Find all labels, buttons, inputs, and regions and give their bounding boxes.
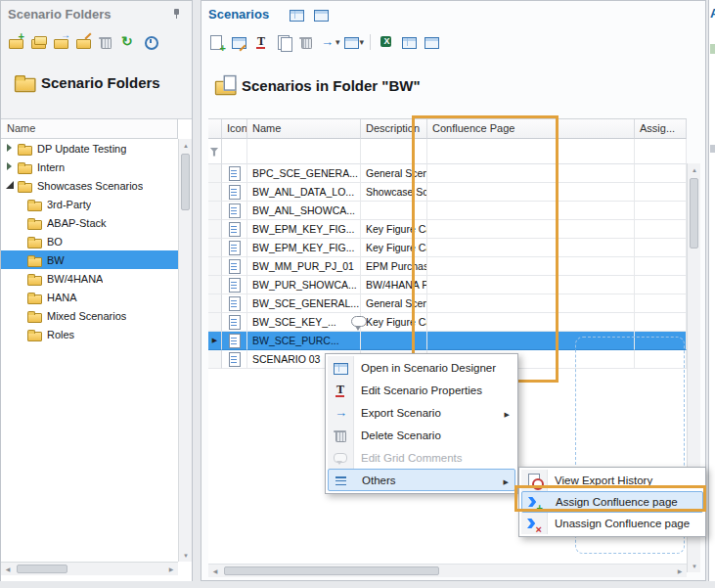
filter-cell-icon[interactable] bbox=[222, 139, 247, 164]
scroll-up-icon[interactable] bbox=[688, 163, 701, 176]
cell-assign[interactable] bbox=[635, 239, 687, 257]
folder-icon bbox=[17, 141, 32, 157]
cell-assign[interactable] bbox=[635, 220, 687, 239]
cell-icon bbox=[222, 276, 247, 294]
refresh-button[interactable] bbox=[118, 32, 138, 52]
tree-item-label: BW/4HANA bbox=[47, 273, 103, 285]
column-header-name[interactable]: Name bbox=[247, 119, 361, 139]
view-menu-button[interactable] bbox=[343, 32, 365, 52]
collapse-icon[interactable] bbox=[5, 176, 17, 195]
cell-name[interactable]: BW_EPM_KEY_FIG... bbox=[247, 220, 361, 239]
filter-cell-name[interactable] bbox=[247, 139, 361, 164]
cell-assign[interactable] bbox=[635, 164, 687, 183]
comment-bubble-icon[interactable] bbox=[351, 316, 367, 327]
scrollbar-thumb[interactable] bbox=[224, 566, 439, 575]
new-folder-button[interactable] bbox=[6, 32, 25, 52]
scrollbar-thumb[interactable] bbox=[181, 154, 190, 210]
column-header-assign[interactable]: Assig... bbox=[635, 119, 687, 139]
grid-view-button[interactable] bbox=[399, 32, 419, 52]
scenario-folders-titlebar: Scenario Folders bbox=[1, 1, 192, 27]
row-indicator bbox=[208, 239, 222, 257]
edit-folder-icon bbox=[75, 34, 91, 50]
export-menu-button[interactable] bbox=[319, 32, 340, 52]
row-indicator bbox=[208, 313, 222, 332]
tree-item-bw[interactable]: BW bbox=[1, 250, 178, 269]
delete-scenario-button[interactable] bbox=[296, 32, 316, 52]
cell-assign[interactable] bbox=[635, 183, 687, 202]
tree-item-dp-update-testing[interactable]: DP Update Testing bbox=[1, 139, 178, 158]
column-header-icon[interactable]: Icon bbox=[222, 119, 247, 139]
scroll-left-icon[interactable] bbox=[208, 565, 222, 577]
cell-assign[interactable] bbox=[635, 313, 687, 332]
cell-name[interactable]: BW_PUR_SHOWCA... bbox=[247, 276, 361, 294]
cell-name[interactable]: BW_SCE_GENERAL... bbox=[247, 294, 361, 313]
text-properties-icon bbox=[253, 34, 269, 50]
excel-export-button[interactable] bbox=[377, 32, 396, 52]
scroll-left-icon[interactable] bbox=[1, 563, 15, 575]
menu-item-others[interactable]: Others bbox=[328, 469, 515, 491]
tree-item-showcases-scenarios[interactable]: Showcases Scenarios bbox=[1, 176, 178, 195]
expand-icon[interactable] bbox=[5, 139, 17, 158]
scroll-down-icon[interactable] bbox=[688, 560, 701, 572]
tree-item-intern[interactable]: Intern bbox=[1, 158, 178, 176]
export-list-button[interactable] bbox=[287, 5, 306, 24]
scroll-right-icon[interactable] bbox=[673, 565, 687, 577]
scroll-right-icon[interactable] bbox=[164, 563, 178, 575]
tree-item-mixed-scenarios[interactable]: Mixed Scenarios bbox=[1, 306, 178, 325]
cell-name[interactable]: BW_SCE_PURC... bbox=[247, 332, 361, 350]
scrollbar-thumb[interactable] bbox=[690, 178, 698, 249]
tree-item-label: DP Update Testing bbox=[37, 143, 126, 155]
tree-item-bw-4hana[interactable]: BW/4HANA bbox=[1, 269, 178, 288]
export-folder-button[interactable] bbox=[51, 32, 70, 52]
menu-item-edit-scenario-properties[interactable]: Edit Scenario Properties bbox=[328, 379, 515, 401]
submenu-arrow-icon bbox=[504, 475, 509, 486]
scroll-up-icon[interactable] bbox=[179, 139, 193, 152]
scroll-down-icon[interactable] bbox=[179, 549, 193, 562]
menu-item-open-in-scenario-designer[interactable]: Open in Scenario Designer bbox=[328, 356, 515, 379]
new-scenario-button[interactable] bbox=[206, 32, 226, 52]
cell-assign[interactable] bbox=[635, 276, 687, 294]
cell-assign[interactable] bbox=[635, 257, 687, 276]
scrollbar-thumb[interactable] bbox=[17, 565, 67, 573]
scenario-icon bbox=[227, 184, 243, 200]
cell-name[interactable]: BW_EPM_KEY_FIG... bbox=[247, 239, 361, 257]
tree-horizontal-scrollbar[interactable] bbox=[1, 562, 178, 575]
refresh-icon bbox=[120, 34, 136, 50]
cell-name[interactable]: BPC_SCE_GENERA... bbox=[247, 164, 361, 183]
cell-name[interactable]: BW_ANL_DATA_LO... bbox=[247, 183, 361, 202]
delete-folder-button[interactable] bbox=[96, 32, 115, 52]
tree-item-hana[interactable]: HANA bbox=[1, 288, 178, 306]
tree-vertical-scrollbar[interactable] bbox=[178, 139, 192, 562]
grid-settings-button[interactable] bbox=[311, 5, 331, 24]
cell-name[interactable]: BW_MM_PUR_PJ_01 bbox=[247, 257, 361, 276]
cell-name[interactable]: BW_SCE_KEY_... bbox=[247, 313, 361, 332]
delete-scenario-icon bbox=[298, 34, 314, 50]
menu-item-unassign-confluence-page[interactable]: Unassign Confluence page bbox=[521, 513, 703, 534]
grid-horizontal-scrollbar[interactable] bbox=[208, 564, 687, 577]
cell-assign[interactable] bbox=[635, 294, 687, 313]
schedule-button[interactable] bbox=[141, 32, 160, 52]
text-properties-button[interactable] bbox=[251, 32, 271, 52]
expand-icon[interactable] bbox=[5, 158, 17, 176]
tree-item-abap-stack[interactable]: ABAP-Stack bbox=[1, 213, 178, 232]
copy-scenario-button[interactable] bbox=[274, 32, 293, 52]
tree-column-header-name[interactable]: Name bbox=[1, 119, 178, 139]
edit-grid-button[interactable] bbox=[229, 32, 248, 52]
tree-item-bo[interactable]: BO bbox=[1, 232, 178, 250]
tree-item-3rd-party[interactable]: 3rd-Party bbox=[1, 195, 178, 213]
tree-item-roles[interactable]: Roles bbox=[1, 325, 178, 343]
filter-cell-assign[interactable] bbox=[635, 139, 687, 164]
row-indicator bbox=[208, 294, 222, 313]
copy-folder-button[interactable] bbox=[28, 32, 48, 52]
pin-button[interactable] bbox=[167, 6, 185, 23]
menu-item-delete-scenario[interactable]: Delete Scenario bbox=[328, 424, 515, 446]
cell-name[interactable]: BW_ANL_SHOWCA... bbox=[247, 202, 361, 220]
menu-item-export-scenario[interactable]: Export Scenario bbox=[328, 401, 515, 424]
grid-columns-button[interactable] bbox=[422, 32, 441, 52]
scenario-icon bbox=[227, 221, 243, 237]
clipped-panel-title: A bbox=[710, 6, 715, 21]
menu-item-label: Others bbox=[362, 475, 396, 486]
cell-icon bbox=[222, 202, 247, 220]
edit-folder-button[interactable] bbox=[73, 32, 93, 52]
cell-assign[interactable] bbox=[635, 202, 687, 220]
